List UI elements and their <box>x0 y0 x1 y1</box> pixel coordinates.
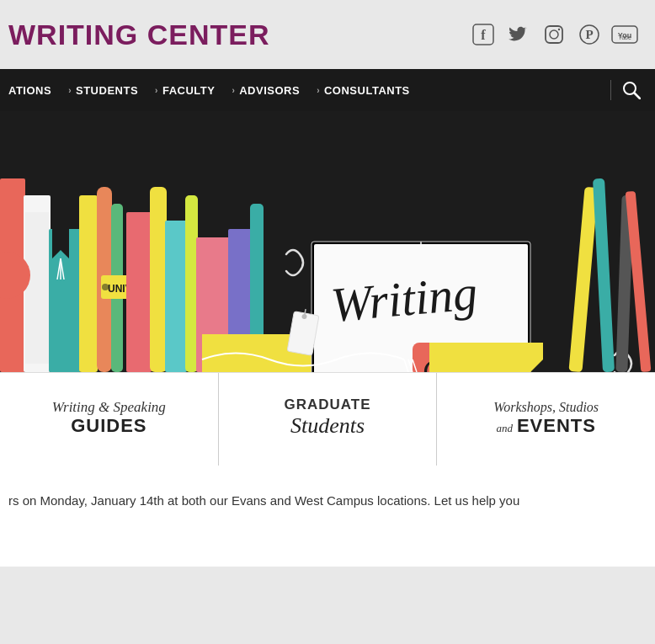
card-events-subtitle: Workshops, Studios <box>493 399 599 415</box>
nav-label-students: STUDENTS <box>76 84 138 97</box>
nav-item-advisors[interactable]: › ADVISORS <box>223 69 308 111</box>
chevron-icon: › <box>155 86 158 95</box>
svg-text:P: P <box>585 28 593 41</box>
card-graduate-title: Students <box>290 413 365 439</box>
nav-bar: ATIONS › STUDENTS › FACULTY › ADVISORS ›… <box>0 69 655 111</box>
svg-text:f: f <box>481 28 486 42</box>
card-events-title: EVENTS <box>517 416 596 436</box>
card-events[interactable]: Workshops, Studios and EVENTS <box>437 373 655 466</box>
nav-item-locations[interactable]: ATIONS <box>0 69 60 111</box>
hero-illustration: UNIVERSITY Writing Center) <box>0 111 655 372</box>
nav-label-advisors: ADVISORS <box>239 84 300 97</box>
pinterest-icon[interactable]: P <box>576 21 603 48</box>
hero-banner: UNIVERSITY Writing Center) <box>0 111 655 372</box>
site-title: WRITING CENTER <box>8 19 270 51</box>
twitter-icon[interactable] <box>505 21 532 48</box>
card-graduate-subtitle: GRADUATE <box>284 397 370 413</box>
content-text: rs on Monday, January 14th at both our E… <box>8 491 638 511</box>
card-writing-title: GUIDES <box>71 416 146 436</box>
svg-line-11 <box>635 93 641 99</box>
card-writing-guides[interactable]: Writing & Speaking GUIDES <box>0 373 219 466</box>
card-events-and: and <box>496 422 513 435</box>
svg-text:Tube: Tube <box>618 35 631 40</box>
nav-divider <box>610 80 611 100</box>
site-header: WRITING CENTER f P <box>0 0 655 69</box>
svg-rect-29 <box>165 221 187 372</box>
instagram-icon[interactable] <box>541 21 567 48</box>
card-writing-subtitle: Writing & Speaking <box>52 399 166 416</box>
nav-label-faculty: FACULTY <box>162 84 215 97</box>
svg-rect-17 <box>79 195 98 372</box>
svg-rect-28 <box>150 187 167 372</box>
facebook-icon[interactable]: f <box>470 21 497 48</box>
chevron-icon: › <box>68 86 72 95</box>
content-area: rs on Monday, January 14th at both our E… <box>0 466 655 567</box>
search-button[interactable] <box>616 75 647 105</box>
youtube-icon[interactable]: You Tube <box>611 21 638 48</box>
chevron-icon: › <box>232 86 235 95</box>
nav-item-faculty[interactable]: › FACULTY <box>146 69 223 111</box>
svg-rect-30 <box>185 195 198 372</box>
social-icons-group: f P You <box>470 21 638 48</box>
nav-item-students[interactable]: › STUDENTS <box>60 69 146 111</box>
svg-rect-15 <box>25 212 49 364</box>
svg-rect-27 <box>126 212 152 372</box>
card-row: Writing & Speaking GUIDES GRADUATE Stude… <box>0 372 655 466</box>
card-graduate[interactable]: GRADUATE Students <box>219 373 438 466</box>
nav-items: ATIONS › STUDENTS › FACULTY › ADVISORS ›… <box>0 69 605 111</box>
nav-item-consultants[interactable]: › CONSULTANTS <box>308 69 418 111</box>
svg-point-4 <box>558 29 560 30</box>
nav-label-consultants: CONSULTANTS <box>324 84 410 97</box>
chevron-icon: › <box>317 86 320 95</box>
svg-point-3 <box>550 30 558 39</box>
nav-label-locations: ATIONS <box>8 84 51 97</box>
svg-rect-2 <box>546 26 562 43</box>
svg-marker-47 <box>429 343 543 372</box>
